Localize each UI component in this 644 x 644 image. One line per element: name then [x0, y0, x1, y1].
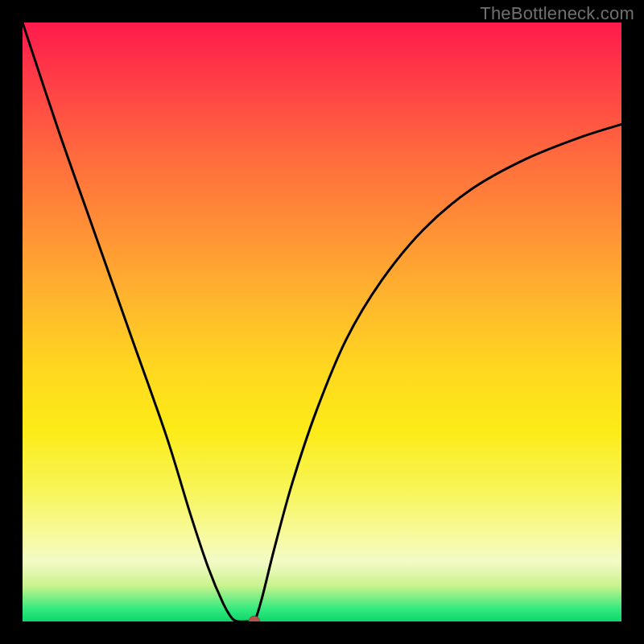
plot-area: [23, 23, 621, 621]
credit-label: TheBottleneck.com: [480, 3, 634, 24]
bottleneck-curve: [23, 23, 621, 621]
bottleneck-line: [23, 23, 621, 621]
valley-marker: [249, 616, 260, 621]
chart-frame: TheBottleneck.com: [0, 0, 644, 644]
